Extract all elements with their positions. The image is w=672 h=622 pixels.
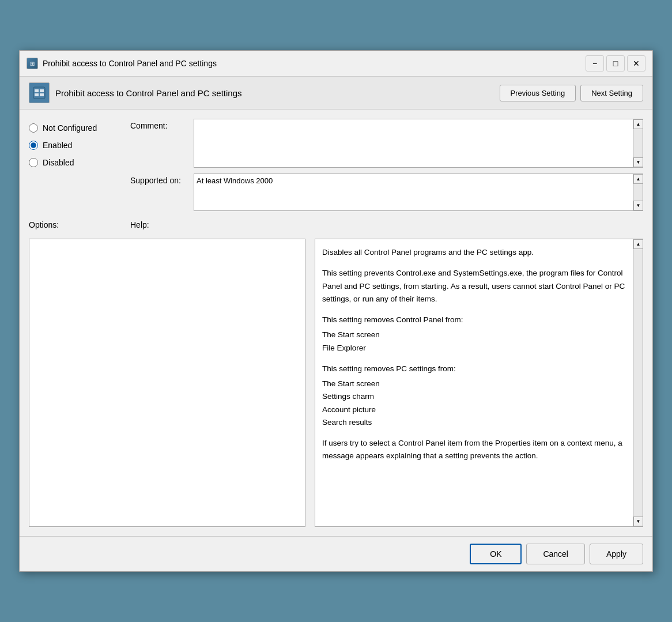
help-scroll-down[interactable]: ▼ <box>633 517 643 526</box>
cancel-button[interactable]: Cancel <box>526 544 585 564</box>
help-para-4b: The Start screen <box>322 378 626 390</box>
help-scrollbar: ▲ ▼ <box>633 239 643 526</box>
header-icon <box>29 82 50 103</box>
help-para-3b: The Start screen <box>322 329 626 341</box>
header-left: Prohibit access to Control Panel and PC … <box>29 82 242 103</box>
help-para-5: If users try to select a Control Panel i… <box>322 437 626 463</box>
help-para-4c: Settings charm <box>322 390 626 403</box>
disabled-option[interactable]: Disabled <box>29 158 121 167</box>
disabled-label: Disabled <box>43 158 74 167</box>
help-box-wrapper: Disables all Control Panel programs and … <box>315 239 643 527</box>
help-header: Help: <box>130 220 643 229</box>
enabled-label: Enabled <box>43 141 72 150</box>
help-para-3a: This setting removes Control Panel from: <box>322 314 626 326</box>
dialog-icon: ⊞ <box>27 58 38 69</box>
main-content: Not Configured Enabled Disabled Comment: <box>20 110 652 536</box>
help-para-1: Disables all Control Panel programs and … <box>322 246 626 259</box>
enabled-radio[interactable] <box>29 141 38 150</box>
comment-field-group: Comment: ▲ ▼ <box>130 119 643 168</box>
comment-box: ▲ ▼ <box>194 119 643 168</box>
apply-button[interactable]: Apply <box>590 544 643 564</box>
comment-scroll-up[interactable]: ▲ <box>633 119 643 129</box>
svg-rect-3 <box>35 93 39 96</box>
supported-scroll-up[interactable]: ▲ <box>633 174 643 184</box>
comment-scroll-track <box>633 129 643 157</box>
comment-scroll-down[interactable]: ▼ <box>633 157 643 167</box>
supported-label: Supported on: <box>130 174 188 185</box>
supported-scroll-track <box>633 184 643 201</box>
supported-field-group: Supported on: At least Windows 2000 ▲ ▼ <box>130 174 643 211</box>
disabled-radio[interactable] <box>29 158 38 167</box>
help-text-content: Disables all Control Panel programs and … <box>315 239 633 526</box>
radio-group: Not Configured Enabled Disabled <box>29 119 121 211</box>
top-section: Not Configured Enabled Disabled Comment: <box>29 119 643 211</box>
options-header: Options: <box>29 220 121 229</box>
main-dialog: ⊞ Prohibit access to Control Panel and P… <box>19 50 653 572</box>
header-buttons: Previous Setting Next Setting <box>500 85 644 101</box>
header-bar: Prohibit access to Control Panel and PC … <box>20 77 652 110</box>
right-section: Comment: ▲ ▼ Supported on: At least <box>130 119 643 211</box>
supported-box: At least Windows 2000 ▲ ▼ <box>194 174 643 211</box>
title-bar-controls: − □ ✕ <box>586 55 645 71</box>
maximize-button[interactable]: □ <box>606 55 625 71</box>
help-container: Disables all Control Panel programs and … <box>315 239 643 527</box>
header-title: Prohibit access to Control Panel and PC … <box>55 88 242 98</box>
bottom-section: Disables all Control Panel programs and … <box>29 239 643 527</box>
comment-input[interactable] <box>194 119 633 167</box>
help-para-4e: Search results <box>322 416 626 429</box>
section-headers: Options: Help: <box>29 218 643 232</box>
svg-rect-1 <box>35 89 39 92</box>
previous-setting-button[interactable]: Previous Setting <box>500 85 576 101</box>
comment-label: Comment: <box>130 119 188 130</box>
close-button[interactable]: ✕ <box>627 55 645 71</box>
help-para-4a: This setting removes PC settings from: <box>322 363 626 375</box>
help-scroll-up[interactable]: ▲ <box>633 239 643 249</box>
comment-scrollbar: ▲ ▼ <box>633 119 643 167</box>
minimize-button[interactable]: − <box>586 55 604 71</box>
svg-rect-0 <box>33 87 45 99</box>
help-para-4d: Account picture <box>322 404 626 416</box>
title-bar-left: ⊞ Prohibit access to Control Panel and P… <box>27 58 217 69</box>
title-bar-text: Prohibit access to Control Panel and PC … <box>43 59 217 68</box>
supported-value: At least Windows 2000 <box>194 174 633 210</box>
svg-rect-2 <box>40 89 44 92</box>
enabled-option[interactable]: Enabled <box>29 141 121 150</box>
help-scroll-track <box>633 249 643 517</box>
help-para-2: This setting prevents Control.exe and Sy… <box>322 267 626 306</box>
help-para-3c: File Explorer <box>322 342 626 355</box>
footer: OK Cancel Apply <box>20 536 652 571</box>
supported-scroll-down[interactable]: ▼ <box>633 201 643 210</box>
options-box <box>29 239 305 527</box>
svg-rect-4 <box>40 93 44 96</box>
not-configured-radio[interactable] <box>29 123 38 133</box>
title-bar: ⊞ Prohibit access to Control Panel and P… <box>20 51 652 77</box>
ok-button[interactable]: OK <box>470 544 522 564</box>
not-configured-label: Not Configured <box>43 123 97 133</box>
next-setting-button[interactable]: Next Setting <box>580 85 643 101</box>
not-configured-option[interactable]: Not Configured <box>29 123 121 133</box>
supported-scrollbar: ▲ ▼ <box>633 174 643 210</box>
